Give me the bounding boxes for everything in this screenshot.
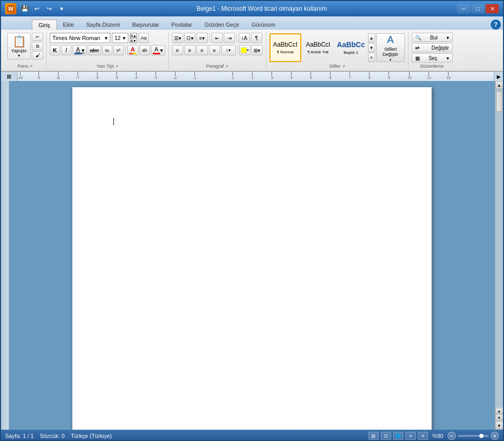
bullet-list-button[interactable]: ☰▾ (172, 33, 183, 43)
align-right-button[interactable]: ≡ (197, 45, 208, 55)
tab-giris[interactable]: Giriş (32, 19, 57, 30)
font-size-dropdown-icon[interactable]: ▾ (123, 35, 126, 42)
document-page[interactable] (72, 87, 432, 430)
italic-button[interactable]: İ (61, 45, 71, 55)
bold-button[interactable]: K (50, 45, 60, 55)
decrease-indent-button[interactable]: ⇤ (211, 33, 223, 43)
format-painter-button[interactable]: 🖌 (32, 51, 43, 59)
tab-sayfa-duzeni[interactable]: Sayfa Düzeni (80, 19, 126, 30)
outline-view-btn[interactable]: ≡ (405, 432, 416, 440)
tab-ekle[interactable]: Ekle (57, 19, 80, 30)
paste-button[interactable]: 📋 Yapıştır ▾ (7, 33, 31, 59)
svg-text:W: W (8, 6, 14, 12)
justify-button[interactable]: ≡ (209, 45, 220, 55)
ruler-corner[interactable]: ⊠ (1, 72, 17, 81)
undo-quick-btn[interactable]: ↩ (32, 4, 42, 14)
pano-expand-icon[interactable]: ↗ (29, 64, 33, 69)
help-button[interactable]: ? (491, 19, 501, 30)
copy-button[interactable]: ⧉ (32, 42, 43, 50)
font-size-decrease-btn[interactable]: A▼ (130, 38, 137, 43)
styles-scroll-down-btn[interactable]: ▼ (368, 43, 375, 52)
yazi-tipi-expand-icon[interactable]: ↗ (115, 64, 119, 69)
styles-all-btn[interactable]: ≡ (368, 53, 375, 62)
text-color-button[interactable]: A ▾ (151, 45, 165, 55)
font-name-dropdown-icon[interactable]: ▾ (105, 35, 108, 42)
text-highlight-button[interactable]: ab (140, 45, 150, 55)
save-quick-btn[interactable]: 💾 (20, 4, 30, 14)
tab-postalar[interactable]: Postalar (165, 19, 198, 30)
cut-button[interactable]: ✂ (32, 33, 43, 41)
format-separator (125, 46, 126, 55)
horizontal-ruler[interactable]: -10-9-8-7-6-5-4-3-2-1123456789101112 (17, 72, 494, 81)
ruler-right-btn[interactable]: ▶ (494, 72, 503, 81)
zoom-percent: %90 (432, 433, 443, 439)
scroll-down-button[interactable]: ▼ (495, 422, 503, 430)
align-center-button[interactable]: ≡ (184, 45, 196, 55)
redo-quick-btn[interactable]: ↪ (44, 4, 54, 14)
scroll-next-page-btn[interactable]: ▼ (495, 414, 503, 420)
subscript-button[interactable]: x₂ (102, 45, 112, 55)
tab-basvurular[interactable]: Başvurular (126, 19, 165, 30)
underline-dropdown-icon[interactable]: ▾ (82, 47, 85, 54)
text-color-dropdown-icon[interactable]: ▾ (160, 47, 163, 54)
multilevel-list-button[interactable]: ≡▾ (197, 33, 208, 43)
underline-button[interactable]: A ▾ (72, 45, 87, 55)
full-screen-btn[interactable]: ⊡ (381, 432, 391, 440)
quick-access-more-btn[interactable]: ▾ (56, 4, 67, 14)
style-aralik-yok[interactable]: AaBbCcI ¶ Aralık Yok (302, 33, 334, 62)
tab-gorunum[interactable]: Görünüm (245, 19, 281, 30)
office-logo-icon[interactable]: W (5, 3, 16, 14)
style-baslik-1[interactable]: AaBbCc Başlık 1 (335, 33, 367, 62)
font-name-box[interactable]: Times New Roman ▾ (50, 33, 110, 43)
scroll-prev-page-btn[interactable]: ▲ (495, 408, 503, 414)
degistir-button[interactable]: ⇄ Değiştir (412, 43, 453, 52)
align-left-button[interactable]: ≡ (172, 45, 183, 55)
sec-button[interactable]: ▦ Seç ▾ (412, 53, 453, 63)
style-change-button[interactable]: A StilleriDeğiştir ▾ (376, 33, 405, 62)
zoom-slider-thumb[interactable] (479, 434, 483, 438)
superscript-button[interactable]: x² (113, 45, 124, 55)
para-sep1 (209, 33, 210, 43)
scroll-thumb[interactable] (496, 91, 502, 112)
style-change-dropdown[interactable]: ▾ (390, 58, 392, 62)
web-layout-btn[interactable]: 🌐 (393, 432, 403, 440)
styles-scroll-up-btn[interactable]: ▲ (368, 33, 375, 43)
ruler-area: ⊠ -10-9-8-7-6-5-4-3-2-1123456789101112 ▶ (1, 72, 503, 81)
draft-view-btn[interactable]: ≡ (418, 432, 428, 440)
bul-button[interactable]: 🔍 Bul ▾ (412, 33, 453, 42)
maximize-button[interactable]: □ (471, 4, 484, 13)
border-button[interactable]: ⊞▾ (251, 45, 263, 55)
print-layout-btn[interactable]: ▤ (369, 432, 379, 440)
sort-button[interactable]: ↕A (239, 33, 250, 43)
document-area[interactable] (9, 81, 495, 430)
scroll-up-button[interactable]: ▲ (495, 81, 503, 89)
char-spacing-btn[interactable]: Aa (139, 33, 149, 43)
close-button[interactable]: ✕ (486, 4, 499, 13)
style-normal[interactable]: AaBbCcI ¶ Normal (269, 33, 301, 62)
stiller-expand-icon[interactable]: ↗ (342, 64, 345, 69)
replace-icon: ⇄ (415, 45, 419, 51)
font-size-increase-btn[interactable]: A▲ (130, 33, 137, 38)
sec-dropdown-icon[interactable]: ▾ (447, 55, 449, 61)
vertical-scrollbar: ▲ ▲ ▼ ▼ (495, 81, 503, 430)
zoom-out-btn[interactable]: − (448, 432, 456, 440)
strikethrough-button[interactable]: abc (88, 45, 101, 55)
increase-indent-button[interactable]: ⇥ (224, 33, 235, 43)
font-size-box[interactable]: 12 ▾ (112, 33, 128, 43)
duzenleme-buttons: 🔍 Bul ▾ ⇄ Değiştir ▦ Seç ▾ (412, 33, 453, 63)
tab-gozden-gec[interactable]: Gözden Geçir (198, 19, 245, 30)
shading-button[interactable]: ▾ (239, 45, 250, 55)
underline-indicator: A (74, 46, 82, 54)
line-spacing-button[interactable]: ↕▾ (221, 45, 236, 55)
minimize-button[interactable]: ─ (457, 4, 470, 13)
paragraf-expand-icon[interactable]: ↗ (225, 64, 228, 69)
main-area: ▲ ▲ ▼ ▼ (1, 81, 503, 430)
bul-dropdown-icon[interactable]: ▾ (447, 35, 449, 41)
text-effects-button[interactable]: A (127, 45, 139, 55)
yazi-tipi-group: Times New Roman ▾ 12 ▾ A▲ A▼ Aa K İ (47, 32, 169, 70)
show-marks-button[interactable]: ¶ (251, 33, 262, 43)
numbered-list-button[interactable]: ☷▾ (184, 33, 196, 43)
zoom-in-btn[interactable]: + (491, 432, 499, 440)
zoom-slider[interactable] (458, 435, 489, 437)
scroll-track[interactable] (495, 89, 503, 407)
